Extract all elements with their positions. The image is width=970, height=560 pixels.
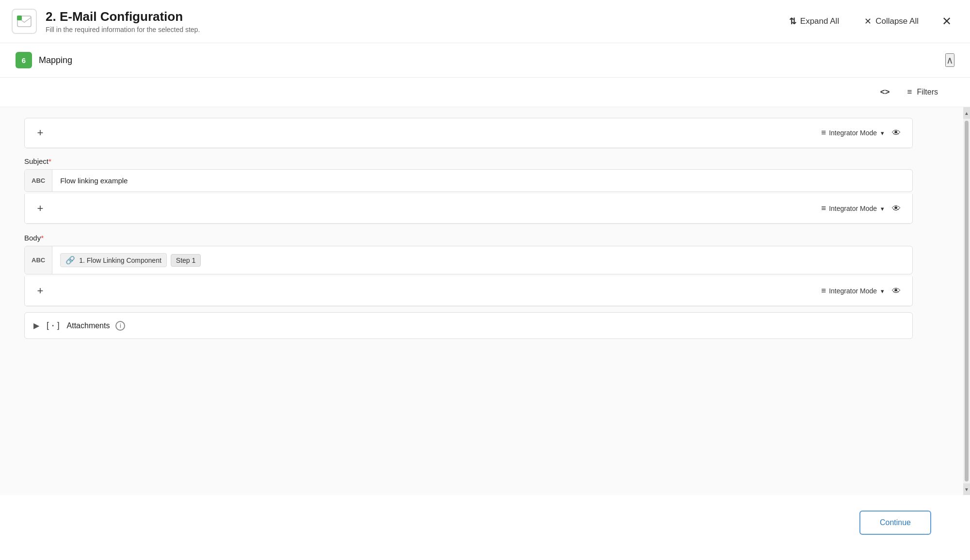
svg-rect-1 <box>17 16 22 20</box>
collapse-all-icon: ✕ <box>864 16 872 27</box>
body-abc-badge: ABC <box>25 246 52 274</box>
step-tag: Step 1 <box>171 254 201 267</box>
subject-dropdown-icon: ▾ <box>881 205 884 212</box>
scrollbar[interactable]: ▲ ▼ <box>963 107 970 495</box>
page-title: 2. E-Mail Configuration <box>46 9 200 24</box>
body-mode-label: Integrator Mode <box>829 287 877 295</box>
eye-icon: 👁 <box>892 128 901 138</box>
body-value[interactable]: 🔗 1. Flow Linking Component Step 1 <box>52 246 912 274</box>
top-integrator-mode-button[interactable]: ≡ Integrator Mode ▾ <box>821 128 884 138</box>
dropdown-arrow-icon: ▾ <box>881 129 884 137</box>
header-text: 2. E-Mail Configuration Fill in the requ… <box>46 9 200 33</box>
subject-required: * <box>48 157 51 165</box>
body-mode-selector: ≡ Integrator Mode ▾ 👁 <box>821 284 905 298</box>
scroll-up-button[interactable]: ▲ <box>963 107 970 119</box>
filters-label: Filters <box>917 88 938 96</box>
attachments-bracket-icon: [·] <box>45 320 61 331</box>
body-mode-icon: ≡ <box>821 286 826 296</box>
top-field-controls: + ≡ Integrator Mode ▾ 👁 <box>25 118 912 148</box>
toolbar-row: <> ≡ Filters <box>0 78 970 107</box>
header-actions: ⇅ Expand All ✕ Collapse All ✕ <box>784 12 954 31</box>
subject-eye-button[interactable]: 👁 <box>888 202 905 216</box>
integrator-mode-icon: ≡ <box>821 128 826 138</box>
code-icon: <> <box>880 87 890 97</box>
section-header: 6 Mapping ∧ <box>0 43 970 78</box>
subject-abc-badge: ABC <box>25 170 52 192</box>
header: 2. E-Mail Configuration Fill in the requ… <box>0 0 970 43</box>
link-icon: 🔗 <box>65 256 75 265</box>
body-plus-icon: + <box>37 285 44 297</box>
close-button[interactable]: ✕ <box>939 12 954 31</box>
body-bottom-area: + ≡ Integrator Mode ▾ 👁 <box>24 276 913 306</box>
subject-eye-icon: 👁 <box>892 204 901 213</box>
filters-button[interactable]: ≡ Filters <box>903 84 943 100</box>
expand-all-icon: ⇅ <box>789 16 796 27</box>
body-required: * <box>41 234 44 242</box>
flow-link-chip[interactable]: 🔗 1. Flow Linking Component <box>60 253 167 267</box>
subject-mode-label: Integrator Mode <box>829 205 877 212</box>
body-label: Body* <box>24 234 913 242</box>
subject-plus-icon: + <box>37 202 44 215</box>
body-add-button[interactable]: + <box>32 283 48 299</box>
filters-icon: ≡ <box>907 87 912 97</box>
top-add-button[interactable]: + <box>32 125 48 141</box>
top-field-area: + ≡ Integrator Mode ▾ 👁 <box>24 118 913 148</box>
plus-icon: + <box>37 127 44 139</box>
body-dropdown-icon: ▾ <box>881 288 884 295</box>
email-icon-wrapper <box>12 9 37 34</box>
section-title: Mapping <box>39 55 72 65</box>
top-eye-button[interactable]: 👁 <box>888 126 905 140</box>
subject-bottom-controls: + ≡ Integrator Mode ▾ 👁 <box>25 194 912 224</box>
email-icon <box>17 16 32 27</box>
attachments-row[interactable]: ▶ [·] Attachments i <box>24 312 913 339</box>
integrator-mode-label: Integrator Mode <box>829 129 877 137</box>
body-eye-icon: 👁 <box>892 286 901 296</box>
continue-button[interactable]: Continue <box>859 511 931 535</box>
scroll-thumb[interactable] <box>965 121 969 481</box>
subject-input-field: ABC Flow linking example <box>24 169 913 192</box>
main-content: ▲ ▼ + ≡ Integrator Mode ▾ 👁 <box>0 107 970 495</box>
body-input-field: ABC 🔗 1. Flow Linking Component Step 1 <box>24 246 913 274</box>
body-integrator-mode-button[interactable]: ≡ Integrator Mode ▾ <box>821 286 884 296</box>
close-icon: ✕ <box>942 15 952 28</box>
subject-mode-selector: ≡ Integrator Mode ▾ 👁 <box>821 202 905 216</box>
attachments-expand-arrow: ▶ <box>33 321 39 330</box>
subject-integrator-mode-button[interactable]: ≡ Integrator Mode ▾ <box>821 204 884 213</box>
chevron-up-icon: ∧ <box>946 55 954 65</box>
body-eye-button[interactable]: 👁 <box>888 284 905 298</box>
body-bottom-controls: + ≡ Integrator Mode ▾ 👁 <box>25 276 912 306</box>
top-mode-selector: ≡ Integrator Mode ▾ 👁 <box>821 126 905 140</box>
section-badge: 6 <box>16 52 32 68</box>
subject-value[interactable]: Flow linking example <box>52 170 912 192</box>
attachments-label: Attachments <box>67 321 110 330</box>
expand-all-label: Expand All <box>800 16 839 26</box>
subject-bottom-area: + ≡ Integrator Mode ▾ 👁 <box>24 194 913 224</box>
subject-add-button[interactable]: + <box>32 201 48 216</box>
attachments-info-icon: i <box>115 321 125 331</box>
flow-link-text: 1. Flow Linking Component <box>79 256 162 264</box>
subject-mode-icon: ≡ <box>821 204 826 213</box>
header-left: 2. E-Mail Configuration Fill in the requ… <box>12 9 200 34</box>
code-view-button[interactable]: <> <box>875 84 895 100</box>
page-subtitle: Fill in the required information for the… <box>46 26 200 33</box>
subject-label: Subject* <box>24 157 913 165</box>
expand-all-button[interactable]: ⇅ Expand All <box>784 13 844 30</box>
section-collapse-button[interactable]: ∧ <box>945 53 954 67</box>
collapse-all-button[interactable]: ✕ Collapse All <box>859 13 923 30</box>
scroll-down-button[interactable]: ▼ <box>963 483 970 495</box>
collapse-all-label: Collapse All <box>875 16 919 26</box>
section-left: 6 Mapping <box>16 52 72 68</box>
